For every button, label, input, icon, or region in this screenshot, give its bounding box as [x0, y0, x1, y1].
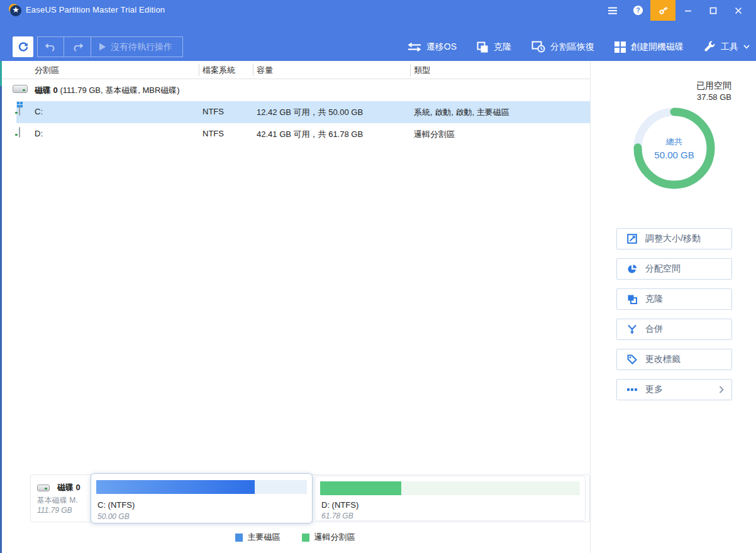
donut-total-label: 總共	[666, 136, 682, 148]
tools-icon	[704, 41, 716, 53]
d-partition-size: 61.78 GB	[321, 512, 353, 520]
clone-icon	[627, 294, 637, 304]
redo-icon	[72, 42, 84, 52]
sidebar-divider	[590, 61, 591, 553]
toolbar-actions: 遷移OS 克隆 分割區恢復 創建開機磁碟 工具	[408, 33, 750, 61]
clone-button[interactable]: 克隆	[477, 41, 511, 53]
c-partition-size: 50.00 GB	[97, 512, 130, 521]
chevron-down-icon	[743, 45, 750, 49]
col-filesystem: 檔案系統	[203, 65, 235, 76]
legend-primary-partition: 主要磁區	[235, 532, 281, 543]
logical-partition-swatch	[302, 534, 309, 542]
disk-map-disk-subtitle: 基本磁碟 M.	[37, 495, 78, 506]
disk-map: 磁碟 0 基本磁碟 M. 111.79 GB C: (NTFS) 50.00 G…	[30, 474, 590, 522]
partition-filesystem: NTFS	[203, 107, 224, 116]
disk-map-disk-size: 111.79 GB	[37, 506, 72, 515]
table-header: 分割區 檔案系統 容量 類型	[0, 61, 590, 79]
refresh-button[interactable]	[13, 36, 33, 57]
migrate-os-icon	[408, 42, 421, 52]
primary-partition-swatch	[235, 534, 243, 542]
tools-button[interactable]: 工具	[704, 41, 750, 53]
partition-capacity: 42.41 GB 可用，共 61.78 GB	[257, 129, 363, 140]
refresh-icon	[18, 41, 29, 53]
col-capacity: 容量	[257, 65, 273, 76]
close-icon[interactable]	[726, 0, 751, 21]
migrate-os-button[interactable]: 遷移OS	[408, 41, 457, 53]
legend-logical-partition: 邏輯分割區	[302, 532, 355, 543]
header: ★ EaseUS Partition Master Trial Edition …	[0, 0, 756, 61]
disk-icon	[37, 485, 50, 491]
svg-text:?: ?	[636, 7, 640, 14]
used-space-value: 37.58 GB	[629, 92, 731, 102]
change-label-button[interactable]: 更改標籤	[616, 349, 732, 370]
maximize-icon[interactable]	[701, 0, 726, 21]
allocate-space-icon	[627, 264, 637, 274]
easeus-logo-icon: ★	[9, 4, 21, 16]
disk-map-disk-name: 磁碟 0	[57, 482, 81, 493]
partition-capacity: 12.42 GB 可用，共 50.00 GB	[257, 107, 363, 118]
merge-icon	[627, 324, 637, 334]
toolbar: 沒有待執行操作 遷移OS 克隆 分割區恢復 創建開機磁碟	[0, 33, 756, 61]
d-drive-icon	[19, 127, 20, 138]
merge-button[interactable]: 合併	[616, 319, 732, 340]
disk-name: 磁碟 0	[35, 85, 58, 95]
disk-map-partition-d[interactable]: D: (NTFS) 61.78 GB	[314, 476, 586, 521]
partition-row-d[interactable]: D: NTFS 42.41 GB 可用，共 61.78 GB 邏輯分割區	[0, 123, 590, 145]
partition-filesystem: NTFS	[203, 129, 224, 138]
more-icon	[627, 388, 637, 391]
operation-group: 沒有待執行操作	[37, 36, 183, 57]
partition-type: 系統, 啟動, 啟動, 主要磁區	[414, 107, 509, 118]
c-usage-bar	[96, 480, 307, 494]
chevron-right-icon	[719, 386, 724, 393]
partition-recovery-button[interactable]: 分割區恢復	[531, 41, 594, 53]
menu-icon[interactable]	[600, 0, 625, 21]
window-title: EaseUS Partition Master Trial Edition	[26, 5, 165, 14]
col-partition: 分割區	[35, 65, 59, 76]
undo-icon	[45, 42, 57, 52]
pending-operations-button[interactable]: 沒有待執行操作	[91, 37, 182, 57]
partition-recovery-icon	[531, 41, 545, 53]
bootable-disk-icon	[614, 41, 626, 53]
d-partition-label: D: (NTFS)	[321, 500, 359, 510]
play-icon	[99, 43, 106, 51]
resize-move-icon	[627, 234, 637, 244]
redo-button[interactable]	[64, 37, 91, 57]
disk-row[interactable]: 磁碟 0 (111.79 GB, 基本磁碟, MBR磁碟)	[0, 79, 590, 101]
c-drive-icon	[19, 105, 20, 116]
partition-table: 分割區 檔案系統 容量 類型 磁碟 0 (111.79 GB, 基本磁碟, MB…	[0, 61, 590, 145]
help-icon[interactable]: ?	[625, 0, 650, 21]
donut-total-value: 50.00 GB	[654, 150, 694, 160]
clone-icon	[477, 41, 489, 53]
disk-map-partition-c[interactable]: C: (NTFS) 50.00 GB	[91, 473, 313, 523]
partition-type: 邏輯分割區	[414, 129, 455, 140]
c-partition-label: C: (NTFS)	[97, 500, 135, 510]
disk-icon	[13, 85, 28, 93]
allocate-space-button[interactable]: 分配空間	[616, 258, 732, 280]
more-button[interactable]: 更多	[616, 379, 732, 400]
clone-button-sidebar[interactable]: 克隆	[616, 288, 732, 310]
left-edge-strip	[0, 61, 2, 553]
windows-badge-icon	[17, 102, 23, 108]
titlebar: ★ EaseUS Partition Master Trial Edition …	[0, 0, 756, 21]
app-window: ★ EaseUS Partition Master Trial Edition …	[0, 0, 756, 553]
partition-name: D:	[35, 129, 43, 138]
pending-operations-label: 沒有待執行操作	[111, 41, 172, 53]
bootable-disk-button[interactable]: 創建開機磁碟	[614, 41, 684, 53]
partition-row-c[interactable]: C: NTFS 12.42 GB 可用，共 50.00 GB 系統, 啟動, 啟…	[16, 101, 590, 123]
partition-name: C:	[35, 107, 43, 116]
col-type: 類型	[414, 65, 430, 76]
minimize-icon[interactable]	[675, 0, 701, 21]
d-usage-bar	[320, 481, 580, 495]
upgrade-key-icon[interactable]	[650, 0, 675, 21]
disk-details: (111.79 GB, 基本磁碟, MBR磁碟)	[60, 85, 179, 95]
resize-move-button[interactable]: 調整大小/移動	[616, 228, 732, 249]
used-space-label: 已用空間	[629, 80, 731, 92]
change-label-icon	[627, 354, 637, 364]
legend: 主要磁區 邏輯分割區	[0, 532, 590, 543]
undo-button[interactable]	[38, 37, 64, 57]
